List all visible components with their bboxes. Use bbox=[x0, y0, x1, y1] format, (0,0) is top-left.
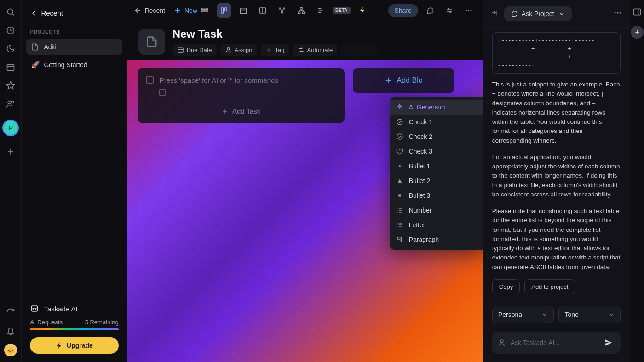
back-recent[interactable]: Recent bbox=[134, 6, 165, 15]
task-icon-box[interactable] bbox=[138, 29, 165, 55]
svg-point-68 bbox=[615, 12, 616, 13]
svg-point-7 bbox=[12, 101, 14, 103]
sidebar-item-label: Aditi bbox=[44, 43, 56, 51]
sidebar-recent-header[interactable]: Recent bbox=[22, 0, 126, 22]
svg-point-38 bbox=[468, 10, 469, 11]
slash-item-bullet-1[interactable]: Bullet 1 bbox=[390, 159, 483, 173]
svg-point-70 bbox=[620, 12, 621, 13]
share-button[interactable]: Share bbox=[388, 4, 418, 17]
svg-rect-53 bbox=[398, 194, 401, 196]
view-table-icon[interactable] bbox=[255, 3, 270, 18]
slash-item-bullet-3[interactable]: Bullet 3 bbox=[390, 188, 483, 203]
collapse-panel-icon[interactable] bbox=[490, 9, 499, 18]
slash-item-letter[interactable]: Letter bbox=[390, 218, 483, 232]
search-icon[interactable] bbox=[5, 6, 16, 17]
add-task-button[interactable]: Add Task bbox=[146, 103, 336, 119]
recent-label: Recent bbox=[41, 9, 63, 17]
due-date-label: Due Date bbox=[187, 46, 212, 53]
subtask-checkbox[interactable] bbox=[159, 89, 166, 96]
sidebar-item-aditi[interactable]: Aditi bbox=[26, 39, 122, 55]
task-input-row[interactable]: Press 'space' for AI or '/' for commands bbox=[146, 76, 336, 84]
file-icon bbox=[31, 43, 39, 51]
persona-label: Persona bbox=[498, 311, 522, 318]
star-icon[interactable] bbox=[5, 80, 16, 91]
svg-rect-19 bbox=[225, 8, 227, 11]
panel-more-icon[interactable] bbox=[613, 8, 622, 19]
task-checkbox[interactable] bbox=[146, 76, 154, 84]
comment-icon[interactable] bbox=[423, 3, 437, 18]
rocket-icon: 🚀 bbox=[31, 60, 39, 69]
taskade-ai-row[interactable]: Taskade AI bbox=[30, 304, 118, 313]
svg-point-42 bbox=[227, 48, 230, 50]
tag-chip[interactable]: Tag bbox=[261, 44, 289, 56]
upgrade-button[interactable]: Upgrade bbox=[30, 337, 118, 354]
due-date-chip[interactable]: Due Date bbox=[172, 44, 217, 56]
panel-toggle-icon[interactable] bbox=[632, 7, 642, 17]
refresh-icon[interactable] bbox=[5, 307, 16, 318]
bolt-icon[interactable] bbox=[355, 3, 370, 18]
workspace-avatar[interactable]: P bbox=[2, 120, 19, 136]
add-to-project-button[interactable]: Add to project bbox=[524, 279, 575, 294]
user-avatar[interactable]: 🐱 bbox=[4, 344, 17, 356]
slash-item-check-1[interactable]: Check 1 bbox=[390, 115, 483, 129]
new-button[interactable]: New bbox=[173, 6, 197, 15]
ai-input[interactable] bbox=[511, 339, 598, 346]
ai-remaining: 5 Remaining bbox=[85, 319, 119, 326]
chevron-down-icon bbox=[608, 311, 615, 318]
subtask-row[interactable] bbox=[159, 89, 336, 96]
view-orgchart-icon[interactable] bbox=[294, 3, 309, 18]
tone-select[interactable]: Tone bbox=[558, 306, 621, 323]
people-icon[interactable] bbox=[5, 98, 16, 109]
svg-point-49 bbox=[397, 119, 402, 125]
slash-item-bullet-2[interactable]: Bullet 2 bbox=[390, 173, 483, 188]
automate-chip[interactable]: Automate bbox=[293, 44, 338, 56]
slash-item-label: Check 3 bbox=[409, 148, 432, 155]
clock-icon[interactable] bbox=[5, 25, 16, 36]
calendar-icon bbox=[177, 46, 184, 53]
automate-icon bbox=[298, 46, 305, 53]
slash-item-ai-generator[interactable]: AI Generator bbox=[390, 100, 483, 115]
slash-item-label: AI Generator bbox=[409, 103, 446, 111]
board-canvas: Press 'space' for AI or '/' for commands… bbox=[127, 60, 483, 362]
add-panel-icon[interactable] bbox=[631, 26, 644, 39]
plus-icon[interactable] bbox=[5, 146, 16, 157]
ai-requests-label: AI Requests bbox=[30, 319, 63, 326]
letter-list-icon bbox=[396, 221, 403, 229]
send-button[interactable] bbox=[602, 336, 615, 349]
task-card: Press 'space' for AI or '/' for commands… bbox=[138, 68, 345, 123]
add-block-button[interactable]: Add Blo bbox=[353, 68, 454, 93]
plus-icon bbox=[173, 6, 182, 15]
view-gantt-icon[interactable] bbox=[313, 3, 328, 18]
main-area: Recent New BETA Share bbox=[127, 0, 483, 362]
view-list-icon[interactable] bbox=[197, 3, 212, 18]
assign-chip[interactable]: Assign bbox=[220, 44, 257, 56]
slash-item-check-3[interactable]: Check 3 bbox=[390, 144, 483, 159]
svg-marker-52 bbox=[398, 179, 402, 183]
moon-icon[interactable] bbox=[5, 43, 16, 54]
svg-point-26 bbox=[282, 12, 283, 13]
persona-select[interactable]: Persona bbox=[492, 306, 554, 323]
settings-sliders-icon[interactable] bbox=[442, 3, 457, 18]
svg-rect-27 bbox=[300, 7, 303, 9]
ask-project-button[interactable]: Ask Project bbox=[504, 6, 572, 21]
view-calendar-icon[interactable] bbox=[236, 3, 251, 18]
slash-item-check-2[interactable]: Check 2 bbox=[390, 129, 483, 144]
ask-project-label: Ask Project bbox=[522, 10, 554, 17]
view-board-icon[interactable] bbox=[217, 3, 231, 18]
svg-rect-72 bbox=[633, 9, 640, 15]
bell-icon[interactable] bbox=[5, 325, 16, 336]
send-icon bbox=[604, 338, 613, 347]
page-title[interactable]: New Task bbox=[172, 28, 378, 40]
paragraph-icon bbox=[396, 236, 403, 243]
slash-item-label: Bullet 3 bbox=[409, 192, 431, 199]
calendar-icon[interactable] bbox=[5, 62, 16, 73]
more-icon[interactable] bbox=[461, 3, 476, 18]
svg-point-71 bbox=[500, 340, 503, 343]
sidebar-item-getting-started[interactable]: 🚀 Getting Started bbox=[26, 57, 122, 73]
slash-item-paragraph[interactable]: Paragraph bbox=[390, 232, 483, 247]
view-mindmap-icon[interactable] bbox=[275, 3, 289, 18]
copy-button[interactable]: Copy bbox=[492, 279, 520, 294]
slash-item-number[interactable]: Number bbox=[390, 203, 483, 218]
ai-input-bar bbox=[492, 332, 621, 354]
check-circle-icon bbox=[396, 118, 403, 126]
